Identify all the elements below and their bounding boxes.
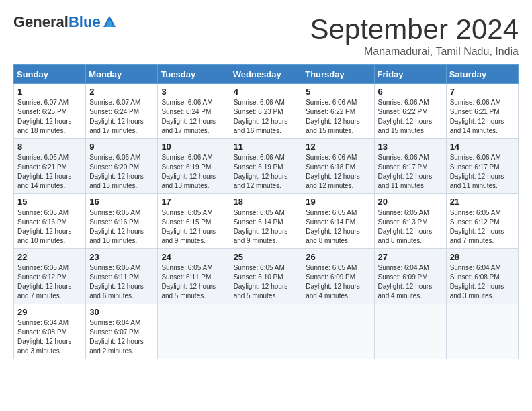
calendar-week-row: 22Sunrise: 6:05 AM Sunset: 6:12 PM Dayli… xyxy=(14,249,519,304)
calendar-cell: 21Sunrise: 6:05 AM Sunset: 6:12 PM Dayli… xyxy=(446,194,518,249)
day-info: Sunrise: 6:06 AM Sunset: 6:22 PM Dayligh… xyxy=(306,98,370,136)
day-info: Sunrise: 6:04 AM Sunset: 6:08 PM Dayligh… xyxy=(450,263,515,301)
day-number: 12 xyxy=(306,142,370,152)
day-number: 11 xyxy=(234,142,299,152)
day-info: Sunrise: 6:06 AM Sunset: 6:23 PM Dayligh… xyxy=(234,98,299,136)
day-number: 13 xyxy=(378,142,443,152)
calendar-cell: 4Sunrise: 6:06 AM Sunset: 6:23 PM Daylig… xyxy=(230,84,302,139)
day-number: 24 xyxy=(161,252,226,262)
calendar-week-row: 8Sunrise: 6:06 AM Sunset: 6:21 PM Daylig… xyxy=(14,139,519,194)
calendar-cell: 10Sunrise: 6:06 AM Sunset: 6:19 PM Dayli… xyxy=(158,139,230,194)
calendar-week-row: 29Sunrise: 6:04 AM Sunset: 6:08 PM Dayli… xyxy=(14,304,519,359)
day-number: 27 xyxy=(378,252,443,262)
calendar-cell: 11Sunrise: 6:06 AM Sunset: 6:19 PM Dayli… xyxy=(230,139,302,194)
logo-blue-text: Blue xyxy=(69,13,101,31)
day-number: 23 xyxy=(89,252,154,262)
day-info: Sunrise: 6:06 AM Sunset: 6:19 PM Dayligh… xyxy=(161,153,226,191)
logo-icon xyxy=(102,15,117,30)
calendar-cell: 8Sunrise: 6:06 AM Sunset: 6:21 PM Daylig… xyxy=(14,139,86,194)
day-header-thursday: Thursday xyxy=(302,65,374,84)
calendar-cell: 6Sunrise: 6:06 AM Sunset: 6:22 PM Daylig… xyxy=(374,84,446,139)
day-number: 2 xyxy=(89,87,154,97)
day-number: 3 xyxy=(161,87,226,97)
logo: General Blue xyxy=(13,13,117,31)
calendar-week-row: 1Sunrise: 6:07 AM Sunset: 6:25 PM Daylig… xyxy=(14,84,519,139)
day-info: Sunrise: 6:06 AM Sunset: 6:20 PM Dayligh… xyxy=(89,153,154,191)
calendar-cell: 23Sunrise: 6:05 AM Sunset: 6:11 PM Dayli… xyxy=(86,249,158,304)
day-number: 15 xyxy=(17,197,82,207)
day-info: Sunrise: 6:06 AM Sunset: 6:17 PM Dayligh… xyxy=(378,153,443,191)
day-header-saturday: Saturday xyxy=(446,65,518,84)
calendar-cell xyxy=(302,304,374,359)
calendar-cell: 22Sunrise: 6:05 AM Sunset: 6:12 PM Dayli… xyxy=(14,249,86,304)
calendar-header-row: SundayMondayTuesdayWednesdayThursdayFrid… xyxy=(14,65,519,84)
day-info: Sunrise: 6:05 AM Sunset: 6:14 PM Dayligh… xyxy=(306,208,370,246)
calendar-cell xyxy=(374,304,446,359)
day-info: Sunrise: 6:05 AM Sunset: 6:14 PM Dayligh… xyxy=(234,208,299,246)
page-header: General Blue September 2024 Manamadurai,… xyxy=(13,13,519,58)
day-number: 17 xyxy=(161,197,226,207)
calendar-cell: 2Sunrise: 6:07 AM Sunset: 6:24 PM Daylig… xyxy=(86,84,158,139)
calendar-cell: 25Sunrise: 6:05 AM Sunset: 6:10 PM Dayli… xyxy=(230,249,302,304)
day-header-friday: Friday xyxy=(374,65,446,84)
day-number: 7 xyxy=(450,87,515,97)
calendar-cell: 12Sunrise: 6:06 AM Sunset: 6:18 PM Dayli… xyxy=(302,139,374,194)
title-section: September 2024 Manamadurai, Tamil Nadu, … xyxy=(310,13,519,58)
calendar-cell xyxy=(230,304,302,359)
calendar-cell: 29Sunrise: 6:04 AM Sunset: 6:08 PM Dayli… xyxy=(14,304,86,359)
day-info: Sunrise: 6:05 AM Sunset: 6:16 PM Dayligh… xyxy=(89,208,154,246)
calendar-table: SundayMondayTuesdayWednesdayThursdayFrid… xyxy=(13,64,519,359)
day-info: Sunrise: 6:04 AM Sunset: 6:09 PM Dayligh… xyxy=(378,263,443,301)
calendar-cell: 3Sunrise: 6:06 AM Sunset: 6:24 PM Daylig… xyxy=(158,84,230,139)
calendar-cell: 9Sunrise: 6:06 AM Sunset: 6:20 PM Daylig… xyxy=(86,139,158,194)
day-info: Sunrise: 6:05 AM Sunset: 6:16 PM Dayligh… xyxy=(17,208,82,246)
calendar-cell: 18Sunrise: 6:05 AM Sunset: 6:14 PM Dayli… xyxy=(230,194,302,249)
calendar-cell: 26Sunrise: 6:05 AM Sunset: 6:09 PM Dayli… xyxy=(302,249,374,304)
day-info: Sunrise: 6:05 AM Sunset: 6:11 PM Dayligh… xyxy=(161,263,226,301)
day-number: 8 xyxy=(17,142,82,152)
logo-general-text: General xyxy=(13,13,69,31)
calendar-cell: 17Sunrise: 6:05 AM Sunset: 6:15 PM Dayli… xyxy=(158,194,230,249)
calendar-cell: 13Sunrise: 6:06 AM Sunset: 6:17 PM Dayli… xyxy=(374,139,446,194)
calendar-cell: 14Sunrise: 6:06 AM Sunset: 6:17 PM Dayli… xyxy=(446,139,518,194)
day-number: 14 xyxy=(450,142,515,152)
calendar-cell: 1Sunrise: 6:07 AM Sunset: 6:25 PM Daylig… xyxy=(14,84,86,139)
day-number: 29 xyxy=(17,307,82,317)
day-number: 28 xyxy=(450,252,515,262)
day-info: Sunrise: 6:07 AM Sunset: 6:25 PM Dayligh… xyxy=(17,98,82,136)
day-number: 4 xyxy=(234,87,299,97)
calendar-cell: 24Sunrise: 6:05 AM Sunset: 6:11 PM Dayli… xyxy=(158,249,230,304)
day-number: 25 xyxy=(234,252,299,262)
day-number: 5 xyxy=(306,87,370,97)
calendar-cell: 15Sunrise: 6:05 AM Sunset: 6:16 PM Dayli… xyxy=(14,194,86,249)
day-info: Sunrise: 6:06 AM Sunset: 6:22 PM Dayligh… xyxy=(378,98,443,136)
calendar-cell: 19Sunrise: 6:05 AM Sunset: 6:14 PM Dayli… xyxy=(302,194,374,249)
calendar-cell xyxy=(446,304,518,359)
day-number: 10 xyxy=(161,142,226,152)
calendar-cell: 7Sunrise: 6:06 AM Sunset: 6:21 PM Daylig… xyxy=(446,84,518,139)
day-info: Sunrise: 6:06 AM Sunset: 6:21 PM Dayligh… xyxy=(17,153,82,191)
day-info: Sunrise: 6:05 AM Sunset: 6:11 PM Dayligh… xyxy=(89,263,154,301)
day-header-sunday: Sunday xyxy=(14,65,86,84)
day-info: Sunrise: 6:06 AM Sunset: 6:19 PM Dayligh… xyxy=(234,153,299,191)
calendar-cell: 16Sunrise: 6:05 AM Sunset: 6:16 PM Dayli… xyxy=(86,194,158,249)
day-number: 30 xyxy=(89,307,154,317)
day-info: Sunrise: 6:04 AM Sunset: 6:07 PM Dayligh… xyxy=(89,318,154,356)
day-header-tuesday: Tuesday xyxy=(158,65,230,84)
day-info: Sunrise: 6:06 AM Sunset: 6:17 PM Dayligh… xyxy=(450,153,515,191)
day-number: 21 xyxy=(450,197,515,207)
day-header-monday: Monday xyxy=(86,65,158,84)
day-number: 26 xyxy=(306,252,370,262)
calendar-cell: 20Sunrise: 6:05 AM Sunset: 6:13 PM Dayli… xyxy=(374,194,446,249)
calendar-cell: 28Sunrise: 6:04 AM Sunset: 6:08 PM Dayli… xyxy=(446,249,518,304)
day-info: Sunrise: 6:05 AM Sunset: 6:13 PM Dayligh… xyxy=(378,208,443,246)
month-title: September 2024 xyxy=(310,13,519,46)
calendar-cell: 5Sunrise: 6:06 AM Sunset: 6:22 PM Daylig… xyxy=(302,84,374,139)
day-info: Sunrise: 6:05 AM Sunset: 6:09 PM Dayligh… xyxy=(306,263,370,301)
day-number: 6 xyxy=(378,87,443,97)
day-number: 9 xyxy=(89,142,154,152)
day-number: 19 xyxy=(306,197,370,207)
day-number: 20 xyxy=(378,197,443,207)
day-header-wednesday: Wednesday xyxy=(230,65,302,84)
day-number: 1 xyxy=(17,87,82,97)
